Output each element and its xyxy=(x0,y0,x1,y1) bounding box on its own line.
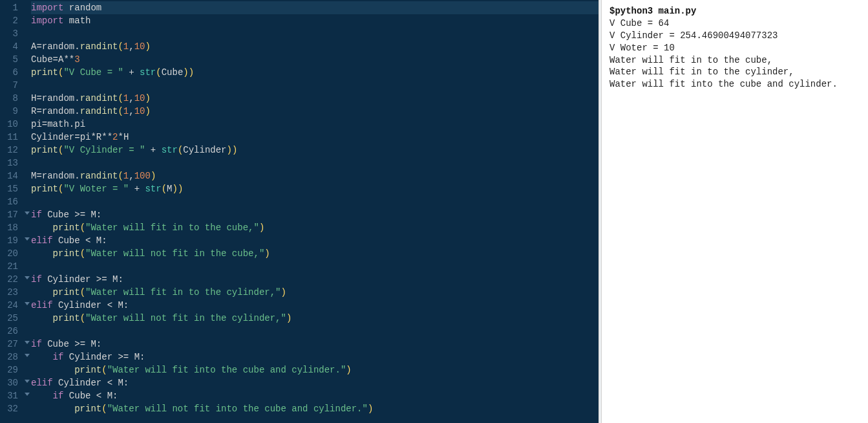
line-number: 25 xyxy=(3,312,18,325)
code-line[interactable]: if Cube < M: xyxy=(31,389,598,402)
code-token xyxy=(63,352,69,362)
fold-marker-icon[interactable] xyxy=(25,393,30,396)
fold-marker-icon[interactable] xyxy=(25,341,30,344)
code-line[interactable] xyxy=(31,27,598,40)
code-token: 10 xyxy=(134,41,145,52)
code-token: M xyxy=(96,235,101,246)
code-token: ( xyxy=(118,93,123,103)
terminal-output-pane[interactable]: $python3 main.py V Cube = 64V Cylinder =… xyxy=(602,0,868,423)
code-token: print xyxy=(53,287,80,298)
fold-marker-icon[interactable] xyxy=(25,302,30,305)
code-token: "Water will fit in to the cube," xyxy=(85,222,259,233)
code-token: "Water will fit into the cube and cylind… xyxy=(107,365,346,375)
code-editor-pane[interactable]: 1234567891011121314151617181920212223242… xyxy=(0,0,598,423)
code-token: = xyxy=(36,171,41,181)
code-token: + xyxy=(129,184,145,194)
code-token: : xyxy=(96,339,101,349)
code-line[interactable]: M=random.randint(1,100) xyxy=(31,169,598,182)
code-token: , xyxy=(129,171,134,181)
code-line[interactable]: pi=math.pi xyxy=(31,118,598,131)
code-token: 1 xyxy=(123,106,129,116)
code-line[interactable]: print("Water will fit into the cube and … xyxy=(31,363,598,376)
line-number: 1 xyxy=(3,1,18,14)
code-token xyxy=(31,313,53,323)
code-token: H xyxy=(123,132,129,142)
code-token: ) xyxy=(264,248,270,259)
code-line[interactable] xyxy=(31,325,598,338)
code-token: Cube xyxy=(58,235,80,246)
code-line[interactable]: print("V Woter = " + str(M)) xyxy=(31,182,598,195)
code-token: if xyxy=(53,352,64,362)
code-line[interactable]: Cylinder=pi*R**2*H xyxy=(31,131,598,144)
code-token: randint xyxy=(80,41,118,52)
code-line[interactable]: elif Cylinder < M: xyxy=(31,299,598,312)
code-line[interactable]: import random xyxy=(31,1,598,14)
fold-marker-icon[interactable] xyxy=(25,380,30,383)
code-token xyxy=(31,287,53,298)
fold-marker-icon[interactable] xyxy=(25,237,30,241)
code-token: ** xyxy=(101,132,112,142)
code-token: "Water will not fit into the cube and cy… xyxy=(107,404,368,414)
code-token: : xyxy=(96,210,101,220)
code-line[interactable]: print("Water will not fit in the cylinde… xyxy=(31,312,598,325)
code-line[interactable]: if Cube >= M: xyxy=(31,338,598,351)
code-token: ( xyxy=(101,404,107,414)
code-line[interactable]: H=random.randint(1,10) xyxy=(31,92,598,105)
code-token: ) xyxy=(281,287,286,298)
code-line[interactable]: print("Water will fit in to the cube,") xyxy=(31,221,598,234)
code-token: < xyxy=(101,378,118,388)
code-token: ( xyxy=(80,287,85,298)
code-token: ) xyxy=(259,222,264,233)
code-token: ) xyxy=(189,67,194,78)
code-token: . xyxy=(69,119,74,129)
code-line[interactable] xyxy=(31,195,598,208)
code-line[interactable]: if Cube >= M: xyxy=(31,208,598,221)
code-token: print xyxy=(53,222,80,233)
code-area[interactable]: import randomimport mathA=random.randint… xyxy=(23,0,598,423)
code-token: randint xyxy=(80,93,118,103)
line-number: 20 xyxy=(3,247,18,260)
line-number: 2 xyxy=(3,14,18,27)
code-token: pi xyxy=(74,119,85,129)
code-line[interactable]: import math xyxy=(31,14,598,27)
terminal-output-line: Water will fit in to the cube, xyxy=(609,54,860,67)
code-token: pi xyxy=(31,119,42,129)
code-token: math xyxy=(69,16,91,26)
line-number: 23 xyxy=(3,286,18,299)
code-token: str xyxy=(162,145,178,155)
line-number: 11 xyxy=(3,131,18,144)
code-line[interactable]: elif Cylinder < M: xyxy=(31,376,598,389)
code-token xyxy=(53,378,58,388)
code-token xyxy=(42,339,47,349)
line-number: 15 xyxy=(3,182,18,195)
code-line[interactable] xyxy=(31,260,598,273)
fold-marker-icon[interactable] xyxy=(25,276,30,279)
code-token: : xyxy=(101,235,107,246)
code-token xyxy=(53,235,58,246)
code-line[interactable]: A=random.randint(1,10) xyxy=(31,40,598,53)
fold-marker-icon[interactable] xyxy=(25,212,30,215)
code-token: if xyxy=(31,339,42,349)
code-token: >= xyxy=(69,210,91,220)
fold-marker-icon[interactable] xyxy=(25,354,30,357)
code-line[interactable]: Cube=A**3 xyxy=(31,53,598,66)
code-token xyxy=(63,391,69,401)
code-line[interactable]: elif Cube < M: xyxy=(31,234,598,247)
code-line[interactable]: print("V Cylinder = " + str(Cylinder)) xyxy=(31,144,598,157)
code-line[interactable]: R=random.randint(1,10) xyxy=(31,105,598,118)
code-line[interactable]: print("Water will not fit into the cube … xyxy=(31,402,598,415)
code-token: . xyxy=(74,41,79,52)
code-line[interactable]: print("Water will not fit in the cube,") xyxy=(31,247,598,260)
code-line[interactable]: if Cylinder >= M: xyxy=(31,351,598,363)
code-token: ( xyxy=(118,41,123,52)
code-token: import xyxy=(31,3,63,13)
code-line[interactable]: print("V Cube = " + str(Cube)) xyxy=(31,66,598,79)
code-line[interactable]: if Cylinder >= M: xyxy=(31,273,598,286)
code-line[interactable]: print("Water will fit in to the cylinder… xyxy=(31,286,598,299)
code-line[interactable] xyxy=(31,157,598,169)
line-number: 24 xyxy=(3,299,18,312)
code-token: : xyxy=(112,391,118,401)
code-token: = xyxy=(53,54,58,65)
code-token: M xyxy=(107,391,112,401)
code-line[interactable] xyxy=(31,79,598,92)
